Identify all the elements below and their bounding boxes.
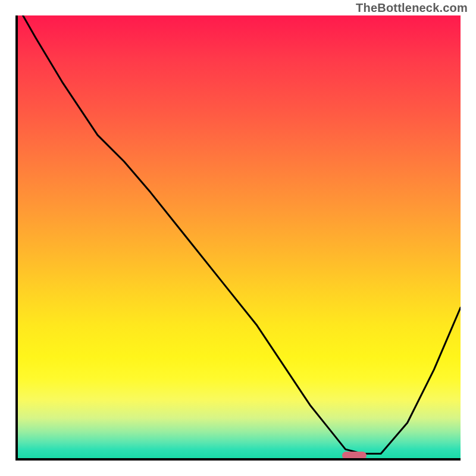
curve-svg <box>18 15 461 458</box>
chart-wrapper: TheBottleneck.com <box>0 0 476 476</box>
plot-area <box>15 15 461 461</box>
bottleneck-curve <box>18 15 461 454</box>
optimal-marker <box>342 452 367 459</box>
watermark-text: TheBottleneck.com <box>356 1 468 15</box>
